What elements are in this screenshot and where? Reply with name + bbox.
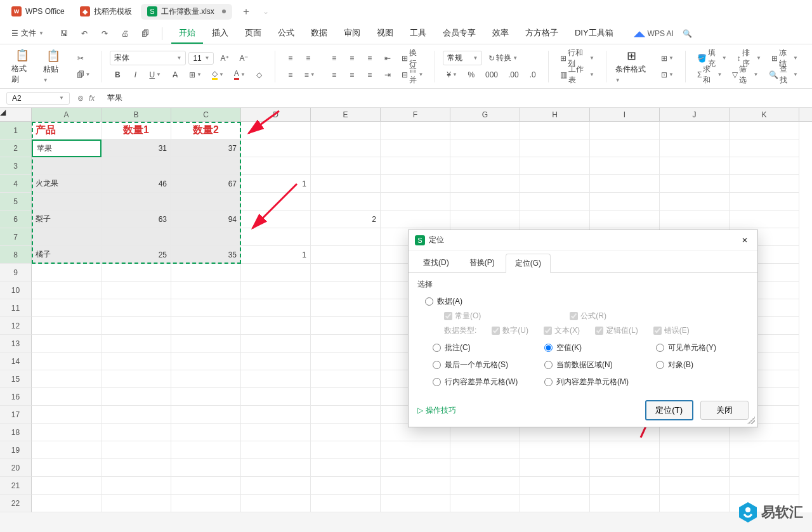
- cell[interactable]: [171, 228, 241, 246]
- row-header[interactable]: 10: [0, 282, 32, 299]
- menu-efficiency[interactable]: 效率: [485, 23, 516, 44]
- cell[interactable]: [171, 441, 241, 459]
- cell[interactable]: [730, 477, 799, 495]
- tab-dropdown-icon[interactable]: ⌄: [263, 7, 269, 16]
- menu-data[interactable]: 数据: [303, 23, 335, 44]
- row-header[interactable]: 5: [0, 193, 32, 211]
- cell[interactable]: [32, 495, 102, 512]
- cell[interactable]: [520, 139, 590, 157]
- cell[interactable]: [520, 122, 590, 139]
- filter-button[interactable]: ▽ 筛选▼: [728, 63, 762, 87]
- cell[interactable]: [311, 299, 381, 317]
- cell[interactable]: [311, 228, 381, 246]
- comma-button[interactable]: 000: [481, 69, 502, 81]
- cell[interactable]: [171, 424, 241, 441]
- cell[interactable]: [102, 228, 171, 246]
- menu-square[interactable]: 方方格子: [518, 23, 566, 44]
- align-right-button[interactable]: ≡: [362, 53, 377, 64]
- cell[interactable]: [730, 175, 799, 193]
- row-header[interactable]: 4: [0, 175, 32, 193]
- align-center-button[interactable]: ≡: [344, 53, 360, 64]
- cell[interactable]: 产品: [32, 122, 102, 139]
- cell[interactable]: [241, 211, 311, 228]
- cell[interactable]: [102, 317, 171, 335]
- row-header[interactable]: 11: [0, 299, 32, 317]
- cell[interactable]: [381, 193, 450, 211]
- cell[interactable]: [450, 495, 520, 512]
- menu-tools[interactable]: 工具: [402, 23, 434, 44]
- cell[interactable]: [590, 175, 660, 193]
- cell[interactable]: [520, 441, 590, 459]
- radio-visible[interactable]: 可见单元格(Y): [656, 342, 764, 353]
- cell[interactable]: [102, 495, 171, 512]
- align-bottom-button[interactable]: ≡: [283, 69, 298, 81]
- copy-button[interactable]: 🗐 ▼: [73, 69, 95, 81]
- orientation-button[interactable]: ≡▼: [301, 69, 319, 81]
- cell[interactable]: 25: [102, 246, 171, 264]
- row-header[interactable]: 12: [0, 317, 32, 335]
- align-left-button[interactable]: ≡: [327, 53, 342, 64]
- cell[interactable]: [32, 370, 102, 388]
- cell[interactable]: [311, 441, 381, 459]
- cell[interactable]: [311, 388, 381, 406]
- cell[interactable]: [32, 335, 102, 353]
- cell[interactable]: [311, 424, 381, 441]
- cell[interactable]: [450, 211, 520, 228]
- cell[interactable]: [311, 175, 381, 193]
- col-header-E[interactable]: E: [311, 108, 381, 121]
- cell[interactable]: [450, 193, 520, 211]
- font-color-button[interactable]: A▼: [230, 68, 249, 81]
- decrease-indent-button[interactable]: ⇤: [380, 53, 395, 64]
- decrease-font-button[interactable]: A⁻: [235, 53, 252, 64]
- ok-button[interactable]: 定位(T): [645, 400, 693, 420]
- cell[interactable]: [32, 317, 102, 335]
- radio-object[interactable]: 对象(B): [656, 360, 764, 370]
- cell[interactable]: [520, 495, 590, 512]
- cell[interactable]: 火龙果: [32, 175, 102, 193]
- radio-col-diff[interactable]: 列内容差异单元格(M): [544, 377, 652, 387]
- cell[interactable]: [32, 228, 102, 246]
- cell[interactable]: [520, 175, 590, 193]
- tab-find[interactable]: 查找(D): [414, 253, 459, 272]
- cell[interactable]: [311, 495, 381, 512]
- tab-goto[interactable]: 定位(G): [506, 254, 551, 273]
- increase-font-button[interactable]: A⁺: [216, 53, 233, 64]
- menu-formula[interactable]: 公式: [270, 23, 302, 44]
- cell[interactable]: [660, 157, 730, 175]
- cell[interactable]: [450, 477, 520, 495]
- cell[interactable]: [381, 477, 450, 495]
- cell[interactable]: [241, 406, 311, 424]
- sum-button[interactable]: Σ 求和▼: [693, 63, 726, 87]
- cell[interactable]: [730, 441, 799, 459]
- menu-start[interactable]: 开始: [171, 23, 203, 44]
- cell[interactable]: [32, 157, 102, 175]
- cell[interactable]: 苹果: [32, 139, 102, 157]
- cell[interactable]: [241, 370, 311, 388]
- cell-style-button[interactable]: ⊡▼: [657, 69, 678, 81]
- cell[interactable]: [590, 122, 660, 139]
- cell[interactable]: [660, 175, 730, 193]
- strikethrough-button[interactable]: A̶: [167, 69, 183, 81]
- cell[interactable]: [590, 477, 660, 495]
- number-format-select[interactable]: 常规▼: [443, 51, 482, 65]
- tab-replace[interactable]: 替换(P): [460, 253, 504, 272]
- cell[interactable]: [311, 317, 381, 335]
- row-header[interactable]: 16: [0, 388, 32, 406]
- radio-data[interactable]: 数据(A): [425, 296, 749, 307]
- conditional-format-button[interactable]: ⊞条件格式▼: [610, 49, 653, 84]
- italic-button[interactable]: I: [128, 69, 143, 81]
- font-size-select[interactable]: 11▼: [188, 52, 214, 65]
- print-button[interactable]: 🖨: [117, 26, 133, 41]
- tab-template[interactable]: ◆ 找稻壳模板: [74, 4, 138, 20]
- row-header[interactable]: 14: [0, 353, 32, 370]
- col-header-C[interactable]: C: [171, 108, 241, 121]
- cell[interactable]: 数量2: [171, 122, 241, 139]
- cut-button[interactable]: ✂: [73, 53, 88, 64]
- col-header-H[interactable]: H: [520, 108, 590, 121]
- cell[interactable]: [660, 441, 730, 459]
- cell[interactable]: [311, 139, 381, 157]
- cell[interactable]: [730, 459, 799, 477]
- cell[interactable]: [450, 175, 520, 193]
- cell[interactable]: [660, 193, 730, 211]
- cell[interactable]: [241, 282, 311, 299]
